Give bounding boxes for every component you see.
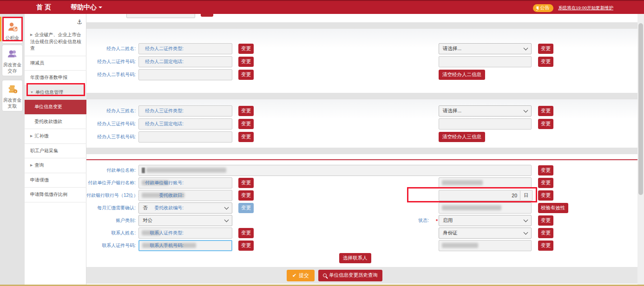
submit-button[interactable]: ✔ 提交 <box>287 270 315 281</box>
change-button[interactable]: 变更 <box>538 178 553 188</box>
sidebar-item-annual-base[interactable]: 年度缴存基数申报 <box>25 71 86 85</box>
chevron-right-icon: ▶ <box>30 134 33 137</box>
field-label: 经办人三证件类型: <box>86 108 184 114</box>
contact-mobile-input[interactable] <box>439 240 532 251</box>
masked-value <box>442 180 483 185</box>
change-button[interactable]: 变更 <box>238 178 254 188</box>
payment-section-top-border <box>86 154 637 160</box>
change-button[interactable]: 变更 <box>538 165 553 176</box>
check-icon: ✔ <box>292 273 296 279</box>
contact-cert-type-select[interactable]: 身份证 <box>439 228 532 239</box>
scrollbar-thumb[interactable] <box>638 23 643 195</box>
change-button[interactable]: 变更 <box>538 119 553 129</box>
nav-help-center[interactable]: 帮助中心 <box>71 3 102 12</box>
collect-day-input[interactable]: 20 <box>439 190 520 201</box>
change-button[interactable]: 变更 <box>238 119 254 129</box>
sidebar-item-entrust-collect-pay[interactable]: 委托收款缴款 <box>25 115 86 130</box>
active-rail-indicator <box>0 17 1 41</box>
change-button[interactable]: 变更 <box>538 44 553 54</box>
clipped-input[interactable] <box>126 14 195 18</box>
rail-item-fanggai-zhiqu[interactable]: ¥ 房改资金支取 <box>2 80 23 111</box>
verify-validity-button[interactable]: 校验有效性 <box>538 203 568 213</box>
field-label: 付款单位银行账号: <box>86 180 184 186</box>
payment-info-section: 付款单位名称: 变更 付款单位开户银行名称: 变更 付款单位银行账号: 变更 付… <box>86 154 637 267</box>
field-label: 联系人手机号码: <box>86 242 184 249</box>
status-select[interactable]: 启用 <box>439 215 532 226</box>
select-contact-button[interactable]: 选择联系人 <box>339 253 371 263</box>
operator2-tel-input[interactable] <box>439 56 532 67</box>
collect-no-input[interactable] <box>439 202 532 214</box>
change-button[interactable]: 变更 <box>238 190 254 201</box>
masked-value <box>146 168 226 173</box>
change-button[interactable]: 变更 <box>538 240 553 251</box>
change-button[interactable]: 变更 <box>238 106 254 116</box>
change-button[interactable]: 变更 <box>238 57 254 67</box>
change-button[interactable]: 变更 <box>238 203 254 213</box>
field-label: 联系人证件类型: <box>86 230 184 236</box>
sidebar-item-bankruptcy-check[interactable]: ▶企业破产、企业上市合法合规住房公积金信息核查 <box>25 28 86 56</box>
bank-account-input[interactable] <box>439 177 532 188</box>
operator3-cert-type-select[interactable]: 请选择... <box>439 105 532 117</box>
nav-home[interactable]: 首 页 <box>36 3 51 12</box>
masked-value <box>442 205 501 210</box>
collect-day-unit: 日 <box>520 190 532 201</box>
coins-icon: ¥ <box>2 84 22 97</box>
masked-value <box>442 243 478 248</box>
chevron-down-icon <box>524 230 528 234</box>
change-button[interactable]: 变更 <box>238 70 254 80</box>
person-edit-icon <box>2 21 22 34</box>
field-label: 账户类别: <box>86 217 136 224</box>
change-button[interactable]: 变更 <box>238 132 254 142</box>
field-label: 经办人二手机号码: <box>86 72 136 78</box>
change-button[interactable]: 变更 <box>238 44 254 54</box>
chevron-down-icon <box>224 217 229 222</box>
icon-rail: 公积金 房改资金交存 ¥ 房改资金支取 <box>0 14 25 286</box>
chevron-right-icon: ▶ <box>30 33 33 36</box>
chevron-down-icon: ▼ <box>30 91 33 94</box>
vertical-scrollbar[interactable] <box>637 14 644 286</box>
maintenance-notice-link[interactable]: 系统将在19:00开始更新维护 <box>558 5 613 11</box>
change-button[interactable]: 变更 <box>538 228 553 238</box>
sidebar-item-unit-info-change[interactable]: 单位信息变更 <box>25 100 86 115</box>
payer-name-input[interactable] <box>138 165 532 176</box>
clear-operator3-button[interactable]: 清空经办人三信息 <box>439 132 485 142</box>
sidebar-item-query[interactable]: ▶查询 <box>25 158 86 173</box>
section-divider <box>86 93 637 99</box>
change-button[interactable]: 变更 <box>538 57 553 67</box>
sidebar-item-huibujiao[interactable]: ▶汇补缴 <box>25 129 86 144</box>
action-bar: ✔ 提交 单位信息变更历史查询 <box>86 267 637 284</box>
announcement-badge[interactable]: 公告 <box>533 4 553 12</box>
section-divider <box>86 22 637 29</box>
chevron-down-icon <box>524 108 528 113</box>
anchor-icon[interactable]: ⚓ <box>77 19 82 26</box>
operator2-mobile-input[interactable] <box>138 69 232 80</box>
field-label: 经办人三手机号码: <box>86 134 136 140</box>
change-button[interactable]: 变更 <box>538 190 553 201</box>
users-icon <box>2 48 22 61</box>
chevron-down-icon <box>99 6 102 8</box>
sidebar-item-lower-ratio[interactable]: 申请降低缴存比例 <box>25 188 86 202</box>
change-history-query-button[interactable]: 单位信息变更历史查询 <box>318 270 382 281</box>
sidebar-item-add-remove[interactable]: 增减员 <box>25 56 86 71</box>
change-button[interactable]: 变更 <box>238 240 254 251</box>
rail-item-fanggai-jiaocun[interactable]: 房改资金交存 <box>2 45 23 76</box>
chevron-down-icon <box>224 205 229 209</box>
change-button[interactable]: 变更 <box>238 228 254 238</box>
operator3-mobile-input[interactable] <box>138 131 232 143</box>
clear-operator2-button[interactable]: 清空经办人二信息 <box>439 70 485 80</box>
account-type-select[interactable]: 对公 <box>138 215 232 226</box>
masked-value <box>142 168 145 173</box>
chevron-down-icon <box>524 217 528 222</box>
clipped-change-button[interactable] <box>201 14 213 17</box>
speaker-icon <box>536 6 539 10</box>
sidebar-item-hukou-collect[interactable]: 职工户籍采集 <box>25 144 86 159</box>
operator3-tel-input[interactable] <box>439 118 532 130</box>
sidebar-group-unit-info[interactable]: ▼单位信息管理 <box>25 85 86 100</box>
rail-item-gongjijin[interactable]: 公积金 <box>2 18 23 44</box>
change-button[interactable]: 变更 <box>538 106 553 116</box>
change-button[interactable]: 变更 <box>538 215 553 226</box>
field-label: 委托收款编号: <box>86 205 184 211</box>
operator2-section: 经办人二姓名: 变更 经办人二证件类型: 请选择... 变更 经办人二证件号码:… <box>86 29 637 93</box>
operator2-cert-type-select[interactable]: 请选择... <box>439 43 532 54</box>
sidebar-item-apply-defer[interactable]: 申请缓缴 <box>25 173 86 188</box>
